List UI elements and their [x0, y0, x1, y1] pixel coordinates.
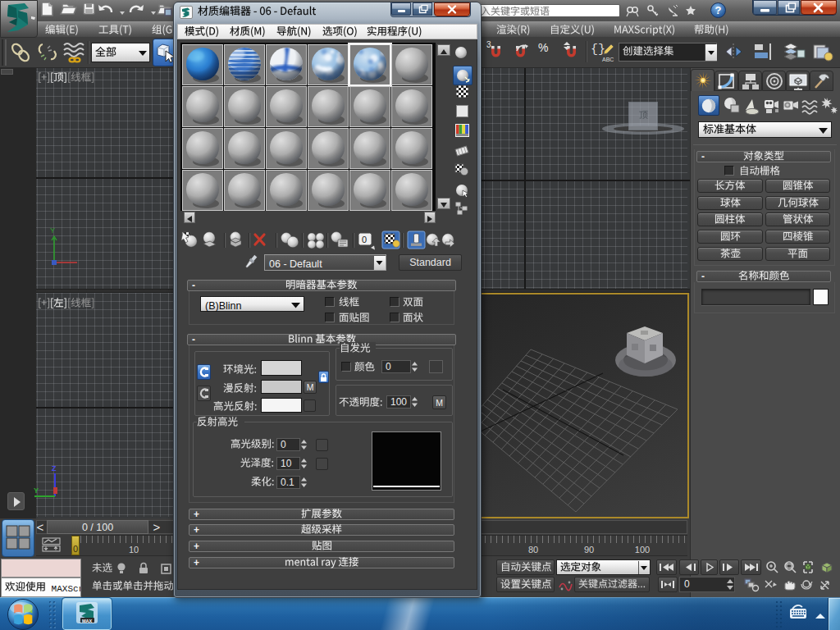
svg-text:3: 3 — [486, 40, 491, 49]
svg-text:MAX: MAX — [82, 619, 93, 623]
svg-text:0: 0 — [362, 235, 367, 244]
svg-text:Y: Y — [50, 226, 55, 235]
svg-text:Z: Z — [52, 464, 57, 472]
svg-text:%: % — [538, 41, 548, 54]
svg-text:{}: {} — [591, 43, 605, 57]
svg-text:Y: Y — [34, 486, 39, 495]
svg-text:ABC: ABC — [602, 57, 614, 62]
